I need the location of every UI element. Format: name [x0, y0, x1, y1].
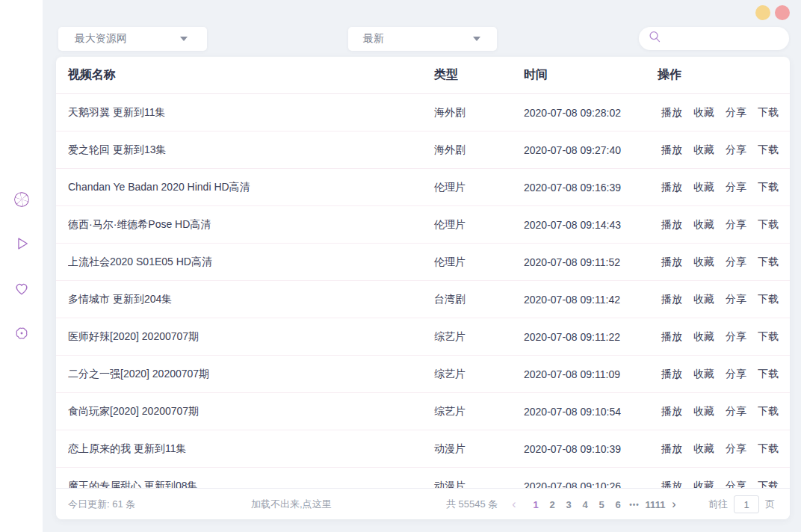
- page-number-button[interactable]: 5: [593, 499, 610, 510]
- row-actions: 播放 收藏 分享 下载: [658, 480, 790, 489]
- goto-page-input[interactable]: [734, 495, 759, 513]
- download-link[interactable]: 下载: [758, 368, 779, 381]
- video-name-link[interactable]: 恋上原来的我 更新到11集: [68, 442, 434, 456]
- favorite-link[interactable]: 收藏: [693, 293, 714, 306]
- table-row: 医师好辣[2020] 20200707期 综艺片 2020-07-08 09:1…: [56, 318, 790, 356]
- download-link[interactable]: 下载: [758, 106, 779, 120]
- video-type: 动漫片: [434, 442, 524, 456]
- search-input[interactable]: [668, 33, 782, 45]
- source-dropdown[interactable]: 最大资源网: [58, 27, 207, 51]
- table-row: Chandan Ye Badan 2020 Hindi HD高清 伦理片 202…: [56, 169, 790, 206]
- prev-page-button[interactable]: ‹: [508, 498, 520, 510]
- download-link[interactable]: 下载: [758, 330, 779, 344]
- sidebar-item-play[interactable]: [12, 234, 31, 253]
- favorite-link[interactable]: 收藏: [693, 143, 714, 157]
- video-name-link[interactable]: 魔王的专属甜心 更新到08集: [68, 480, 434, 489]
- page-number-button[interactable]: 6: [610, 499, 626, 510]
- video-name-link[interactable]: 天鹅羽翼 更新到11集: [68, 106, 434, 120]
- sidebar-item-settings[interactable]: [12, 324, 31, 343]
- favorite-link[interactable]: 收藏: [693, 181, 714, 194]
- favorite-link[interactable]: 收藏: [693, 218, 714, 232]
- next-page-button[interactable]: ›: [668, 498, 680, 510]
- download-link[interactable]: 下载: [758, 218, 779, 232]
- play-link[interactable]: 播放: [661, 442, 682, 456]
- video-name-link[interactable]: 德西·马尔·维德希Pose HD高清: [68, 218, 434, 232]
- favorite-link[interactable]: 收藏: [693, 330, 714, 344]
- play-link[interactable]: 播放: [661, 293, 682, 306]
- sidebar-item-resources[interactable]: [12, 190, 31, 209]
- download-link[interactable]: 下载: [758, 256, 779, 269]
- video-name-link[interactable]: 多情城市 更新到204集: [68, 293, 434, 306]
- sidebar-item-favorites[interactable]: [12, 279, 31, 298]
- video-name-link[interactable]: 食尚玩家[2020] 20200707期: [68, 405, 434, 418]
- search-box[interactable]: [639, 27, 789, 50]
- minimize-dot[interactable]: [755, 5, 770, 20]
- load-help-link[interactable]: 加载不出来,点这里: [251, 489, 332, 519]
- row-actions: 播放 收藏 分享 下载: [658, 181, 790, 194]
- page-number-button[interactable]: 1: [528, 499, 544, 510]
- share-link[interactable]: 分享: [726, 330, 746, 344]
- download-link[interactable]: 下载: [758, 143, 779, 157]
- table-row: 多情城市 更新到204集 台湾剧 2020-07-08 09:11:42 播放 …: [56, 281, 790, 318]
- share-link[interactable]: 分享: [726, 442, 746, 456]
- play-link[interactable]: 播放: [661, 218, 682, 232]
- play-link[interactable]: 播放: [661, 330, 682, 344]
- table-row: 德西·马尔·维德希Pose HD高清 伦理片 2020-07-08 09:14:…: [56, 206, 790, 244]
- page-number-button[interactable]: 3: [560, 499, 577, 510]
- download-link[interactable]: 下载: [758, 293, 779, 306]
- video-type: 海外剧: [434, 143, 524, 157]
- row-actions: 播放 收藏 分享 下载: [658, 106, 790, 120]
- favorite-link[interactable]: 收藏: [693, 106, 714, 120]
- share-link[interactable]: 分享: [726, 218, 746, 232]
- share-link[interactable]: 分享: [726, 405, 746, 418]
- gear-icon: [12, 324, 31, 343]
- video-time: 2020-07-08 09:11:09: [524, 368, 658, 380]
- play-link[interactable]: 播放: [661, 368, 682, 381]
- table-header: 视频名称 类型 时间 操作: [56, 57, 790, 94]
- more-pages-button[interactable]: •••: [626, 501, 643, 509]
- video-name-link[interactable]: 医师好辣[2020] 20200707期: [68, 330, 434, 344]
- favorite-link[interactable]: 收藏: [693, 256, 714, 269]
- row-actions: 播放 收藏 分享 下载: [658, 442, 790, 456]
- sort-dropdown[interactable]: 最新: [348, 27, 497, 51]
- share-link[interactable]: 分享: [726, 368, 746, 381]
- video-name-link[interactable]: Chandan Ye Badan 2020 Hindi HD高清: [68, 181, 434, 194]
- page-number-button[interactable]: 2: [544, 499, 560, 510]
- download-link[interactable]: 下载: [758, 181, 779, 194]
- download-link[interactable]: 下载: [758, 442, 779, 456]
- heart-icon: [12, 279, 31, 298]
- table-row: 上流社会2020 S01E05 HD高清 伦理片 2020-07-08 09:1…: [56, 244, 790, 281]
- play-link[interactable]: 播放: [661, 480, 682, 489]
- video-name-link[interactable]: 爱之轮回 更新到13集: [68, 143, 434, 157]
- play-link[interactable]: 播放: [661, 181, 682, 194]
- row-actions: 播放 收藏 分享 下载: [658, 143, 790, 157]
- video-time: 2020-07-08 09:11:42: [524, 294, 658, 306]
- table-body: 天鹅羽翼 更新到11集 海外剧 2020-07-08 09:28:02 播放 收…: [56, 94, 790, 488]
- play-link[interactable]: 播放: [661, 143, 682, 157]
- column-header-type: 类型: [434, 67, 524, 83]
- page-number-button[interactable]: 4: [577, 499, 593, 510]
- table-row: 魔王的专属甜心 更新到08集 动漫片 2020-07-08 09:10:26 播…: [56, 468, 790, 488]
- last-page-button[interactable]: 1111: [643, 499, 668, 510]
- video-name-link[interactable]: 二分之一强[2020] 20200707期: [68, 368, 434, 381]
- share-link[interactable]: 分享: [726, 143, 746, 157]
- favorite-link[interactable]: 收藏: [693, 480, 714, 489]
- video-name-link[interactable]: 上流社会2020 S01E05 HD高清: [68, 256, 434, 269]
- favorite-link[interactable]: 收藏: [693, 368, 714, 381]
- source-dropdown-label: 最大资源网: [75, 32, 127, 46]
- page-unit-label: 页: [765, 498, 775, 511]
- share-link[interactable]: 分享: [726, 181, 746, 194]
- download-link[interactable]: 下载: [758, 480, 779, 489]
- favorite-link[interactable]: 收藏: [693, 405, 714, 418]
- share-link[interactable]: 分享: [726, 293, 746, 306]
- close-dot[interactable]: [775, 5, 790, 20]
- favorite-link[interactable]: 收藏: [693, 442, 714, 456]
- download-link[interactable]: 下载: [758, 405, 779, 418]
- play-link[interactable]: 播放: [661, 405, 682, 418]
- table-row: 二分之一强[2020] 20200707期 综艺片 2020-07-08 09:…: [56, 356, 790, 393]
- share-link[interactable]: 分享: [726, 480, 746, 489]
- play-link[interactable]: 播放: [661, 106, 682, 120]
- share-link[interactable]: 分享: [726, 256, 746, 269]
- share-link[interactable]: 分享: [726, 106, 746, 120]
- play-link[interactable]: 播放: [661, 256, 682, 269]
